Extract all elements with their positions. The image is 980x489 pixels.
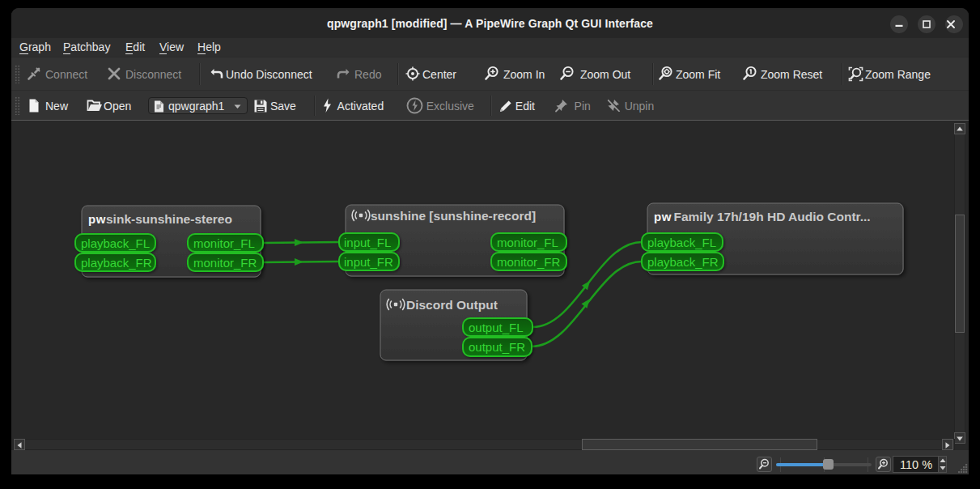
svg-text:input_FR: input_FR	[344, 255, 393, 269]
svg-text:monitor_FR: monitor_FR	[497, 255, 561, 269]
svg-text:monitor_FL: monitor_FL	[193, 236, 255, 250]
svg-text:playback_FR: playback_FR	[647, 255, 719, 269]
svg-text:playback_FL: playback_FL	[647, 236, 716, 249]
svg-text:output_FL: output_FL	[469, 321, 524, 334]
svg-text:monitor_FL: monitor_FL	[497, 236, 558, 249]
svg-text:playback_FL: playback_FL	[81, 236, 150, 250]
svg-text:Discord Output: Discord Output	[406, 298, 498, 312]
svg-text:Family 17h/19h HD Audio Contr.: Family 17h/19h HD Audio Contr...	[674, 210, 871, 223]
svg-text:monitor_FR: monitor_FR	[193, 256, 257, 270]
svg-text:output_FR: output_FR	[469, 340, 525, 354]
svg-text:sunshine [sunshine-record]: sunshine [sunshine-record]	[371, 209, 536, 223]
svg-text:sink-sunshine-stereo: sink-sunshine-stereo	[106, 212, 232, 226]
svg-text:input_FL: input_FL	[344, 236, 391, 249]
svg-text:playback_FR: playback_FR	[81, 256, 152, 270]
